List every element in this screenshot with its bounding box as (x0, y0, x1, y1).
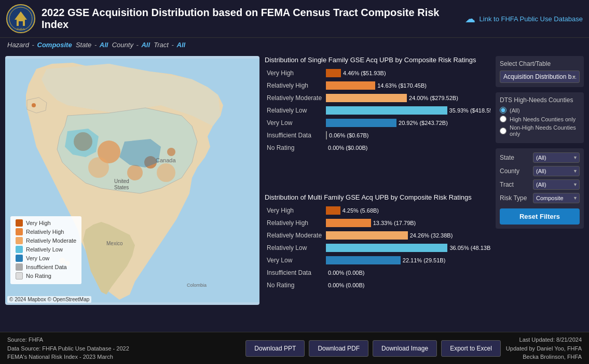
fhfa-database-link[interactable]: ☁ Link to FHFA Public Use Database (465, 12, 583, 25)
filter-box: State (All) ▼ County (All) ▼ Tract (All)… (496, 148, 584, 229)
bar-bg: 20.92% ($243.72B) (326, 119, 490, 127)
select-chart-wrapper: Acquisition Distribution b... Option 2 ▼ (500, 71, 580, 83)
svg-text:FHFA: FHFA (17, 27, 24, 31)
filter-tract-wrapper: (All) ▼ (533, 179, 580, 190)
bar-fill (326, 81, 375, 90)
table-row: Relatively Moderate24.26% (32.38B) (265, 229, 490, 242)
svg-point-13 (157, 163, 175, 182)
bar-fill (326, 256, 401, 264)
legend-color-no-rating (16, 272, 23, 279)
download-ppt-button[interactable]: Download PPT (245, 340, 305, 357)
dts-radio-high[interactable] (500, 116, 506, 122)
bar-value: 36.05% (48.13B) (449, 245, 490, 251)
legend-relatively-moderate: Relatively Moderate (16, 237, 76, 244)
bar-bg: 0.00% ($0.00B) (326, 144, 490, 152)
single-family-title: Distribution of Single Family GSE Acq UP… (265, 56, 490, 64)
dts-option-nonhigh[interactable]: Non-High Needs Counties only (500, 124, 580, 137)
bar-value: 35.93% ($418.55B) (449, 107, 490, 114)
multi-family-title: Distribution of Multi Family GSE Acq UPB… (265, 193, 490, 201)
bar-bg: 22.11% (29.51B) (326, 256, 490, 264)
filter-state-label: State (500, 154, 531, 161)
bar-fill (326, 69, 341, 77)
single-family-table: Very High4.46% ($51.93B)Relatively High1… (265, 67, 490, 154)
filter-tract-label: Tract (500, 181, 531, 188)
map-legend: Very High Relatively High Relatively Mod… (10, 216, 81, 284)
table-row: Relatively Low36.05% (48.13B) (265, 242, 490, 254)
bar-value: 13.33% (17.79B) (373, 220, 416, 226)
bar-cell: 20.92% ($243.72B) (324, 117, 490, 129)
svg-point-14 (32, 103, 36, 107)
multi-family-table: Very High4.25% (5.68B)Relatively High13.… (265, 204, 490, 291)
bar-cell: 0.00% (0.00B) (324, 267, 490, 279)
bar-bg: 14.63% ($170.45B) (326, 81, 490, 90)
svg-point-12 (88, 157, 109, 178)
bar-bg: 0.00% (0.00B) (326, 269, 490, 277)
legend-relatively-high: Relatively High (16, 228, 76, 235)
bar-fill (326, 119, 396, 127)
multi-family-chart: Distribution of Multi Family GSE Acq UPB… (265, 193, 490, 328)
dts-option-high[interactable]: High Needs Counties only (500, 116, 580, 122)
legend-color-very-high (16, 219, 23, 227)
bar-cell: 35.93% ($418.55B) (324, 104, 490, 117)
bar-value: 0.00% ($0.00B) (328, 145, 367, 151)
footer-buttons: Download PPT Download PDF Download Image… (245, 340, 501, 357)
bar-fill (326, 219, 371, 227)
right-panel: Select Chart/Table Acquisition Distribut… (496, 56, 584, 328)
bar-bg: 4.46% ($51.93B) (326, 69, 490, 77)
bar-cell: 22.11% (29.51B) (324, 254, 490, 267)
dts-radio-all[interactable] (500, 107, 506, 114)
reset-filters-button[interactable]: Reset Filters (500, 208, 580, 225)
bar-fill (326, 206, 340, 215)
bar-cell: 13.33% (17.79B) (324, 217, 490, 229)
filter-county-row: County (All) ▼ (500, 166, 580, 176)
bar-label: Very Low (265, 117, 324, 129)
filter-tract-select[interactable]: (All) (533, 179, 580, 190)
bar-fill (326, 244, 447, 252)
filter-risktype-select[interactable]: Composite (533, 193, 580, 203)
updated-by: Updated by Daniel Yoo, FHFA (506, 344, 582, 353)
download-image-button[interactable]: Download Image (373, 340, 437, 357)
table-row: Relatively High13.33% (17.79B) (265, 217, 490, 229)
footer: Source: FHFA Data Source: FHFA Public Us… (0, 332, 589, 364)
footer-right: Last Updated: 8/21/2024 Updated by Danie… (506, 335, 582, 361)
bar-label: Relatively Moderate (265, 229, 324, 242)
download-pdf-button[interactable]: Download PDF (309, 340, 368, 357)
legend-relatively-low: Relatively Low (16, 246, 76, 253)
bar-value: 24.00% ($279.52B) (409, 95, 458, 101)
table-row: Insufficient Data0.00% (0.00B) (265, 267, 490, 279)
bar-bg: 24.00% ($279.52B) (326, 94, 490, 102)
select-chart-dropdown[interactable]: Acquisition Distribution b... Option 2 (500, 71, 580, 83)
bar-bg: 35.93% ($418.55B) (326, 106, 490, 115)
filter-county-select[interactable]: (All) (533, 166, 580, 176)
bar-value: 4.25% (5.68B) (343, 207, 379, 214)
header: FHFA 2022 GSE Acquisition Distribution b… (0, 0, 589, 38)
bar-cell: 14.63% ($170.45B) (324, 79, 490, 92)
legend-color-very-low (16, 255, 23, 262)
filter-state-row: State (All) ▼ (500, 152, 580, 163)
svg-text:United: United (114, 178, 129, 184)
filter-county-label: County (500, 167, 531, 175)
bar-value: 4.46% ($51.93B) (343, 70, 386, 76)
bar-label: No Rating (265, 279, 324, 291)
legend-color-relatively-moderate (16, 237, 23, 244)
filter-state-select[interactable]: (All) (533, 152, 580, 163)
dts-option-all[interactable]: (All) (500, 107, 580, 114)
filter-tract-row: Tract (All) ▼ (500, 179, 580, 190)
table-row: Very Low22.11% (29.51B) (265, 254, 490, 267)
bar-value: 0.06% ($0.67B) (329, 132, 368, 138)
breadcrumb-text: Hazard - Composite State - All County - … (7, 41, 185, 49)
map-attribution: © 2024 Mapbox © OpenStreetMap (7, 296, 91, 303)
map-container: Canada United States Mexico Colombia Ver… (5, 56, 259, 305)
export-excel-button[interactable]: Export to Excel (441, 340, 501, 357)
page-title: 2022 GSE Acquisition Distribution based … (42, 7, 465, 31)
bar-cell: 0.06% ($0.67B) (324, 129, 490, 142)
bar-label: Relatively Low (265, 104, 324, 117)
bar-bg: 0.06% ($0.67B) (326, 131, 490, 139)
bar-value: 22.11% (29.51B) (403, 257, 446, 263)
bar-label: Relatively High (265, 79, 324, 92)
legend-color-relatively-low (16, 246, 23, 253)
dts-radio-nonhigh[interactable] (500, 128, 506, 134)
main-content: Canada United States Mexico Colombia Ver… (0, 52, 589, 332)
dts-title: DTS High-Needs Counties (500, 96, 580, 104)
filter-county-wrapper: (All) ▼ (533, 166, 580, 176)
